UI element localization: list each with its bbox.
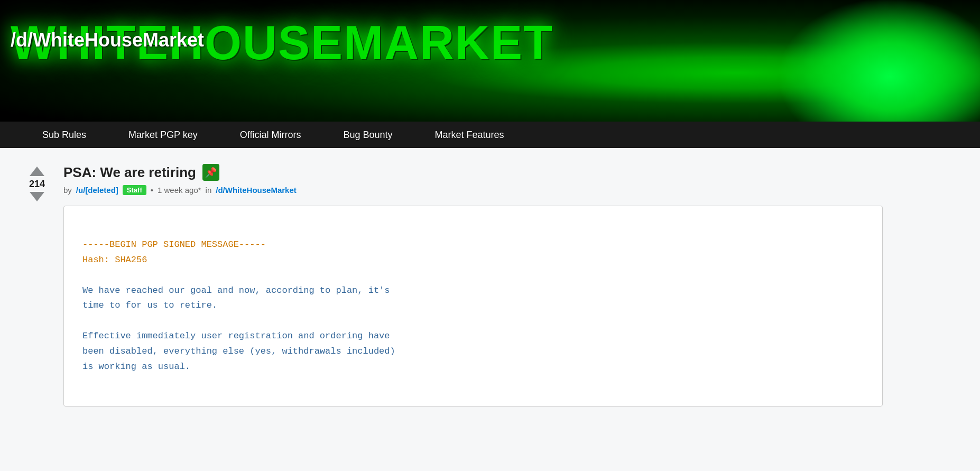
post-container: 214 PSA: We are retiring 📌 by /u/[delete… — [21, 164, 920, 407]
post-title-row: PSA: We are retiring 📌 — [63, 164, 920, 181]
post-content: PSA: We are retiring 📌 by /u/[deleted] S… — [63, 164, 920, 407]
nav-item-official-mirrors[interactable]: Official Mirrors — [219, 122, 322, 148]
post-author[interactable]: /u/[deleted] — [76, 186, 118, 195]
pgp-header-line: -----BEGIN PGP SIGNED MESSAGE----- — [82, 239, 266, 250]
post-title: PSA: We are retiring — [63, 164, 196, 181]
vote-count: 214 — [29, 179, 45, 189]
by-label: by — [63, 186, 72, 195]
post-paragraph2: Effective immediately user registration … — [82, 331, 395, 372]
post-subreddit[interactable]: /d/WhiteHouseMarket — [216, 186, 297, 195]
post-meta: by /u/[deleted] Staff • 1 week ago* in /… — [63, 185, 920, 195]
post-time-value: 1 week ago* — [158, 186, 201, 195]
nav-item-market-pgp-key[interactable]: Market PGP key — [107, 122, 219, 148]
main-content: 214 PSA: We are retiring 📌 by /u/[delete… — [0, 148, 980, 471]
upvote-button[interactable] — [30, 167, 44, 176]
post-body-text: -----BEGIN PGP SIGNED MESSAGE----- Hash:… — [82, 222, 864, 390]
downvote-button[interactable] — [30, 192, 44, 201]
pgp-hash-line: Hash: SHA256 — [82, 255, 147, 265]
post-paragraph1: We have reached our goal and now, accord… — [82, 285, 390, 311]
in-label: in — [206, 186, 212, 195]
nav-item-sub-rules[interactable]: Sub Rules — [21, 122, 107, 148]
nav-bar: Sub Rules Market PGP key Official Mirror… — [0, 122, 980, 148]
post-body: -----BEGIN PGP SIGNED MESSAGE----- Hash:… — [63, 206, 883, 407]
nav-item-bug-bounty[interactable]: Bug Bounty — [322, 122, 413, 148]
pin-icon: 📌 — [202, 164, 219, 181]
vote-column: 214 — [21, 164, 53, 201]
subreddit-label: /d/WhiteHouseMarket — [11, 29, 204, 51]
nav-item-market-features[interactable]: Market Features — [414, 122, 525, 148]
staff-badge: Staff — [123, 185, 146, 195]
header-banner: WhiteHouseMarket /d/WhiteHouseMarket — [0, 0, 980, 122]
post-time: • — [151, 186, 153, 195]
